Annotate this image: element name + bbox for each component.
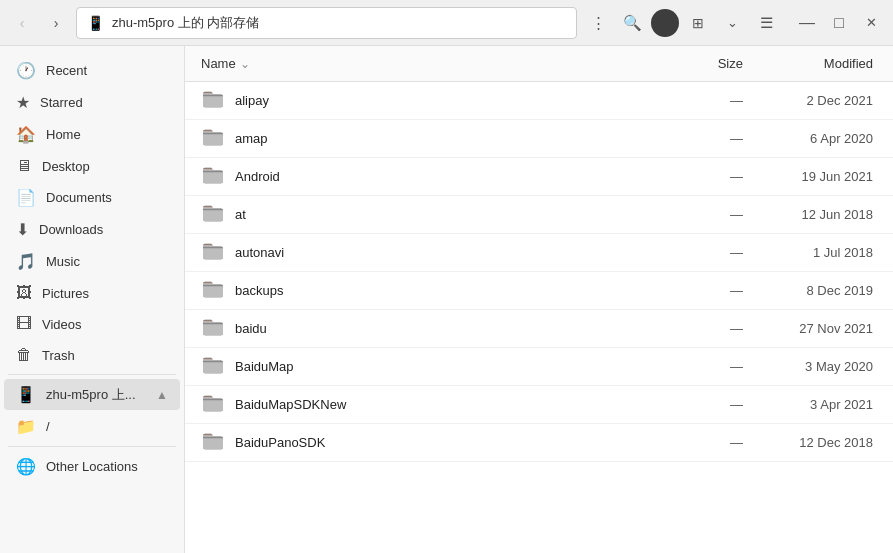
location-icon: 📱 (87, 15, 104, 31)
file-size: — (663, 245, 743, 260)
svg-rect-4 (201, 246, 225, 247)
table-row[interactable]: amap — 6 Apr 2020 (185, 120, 893, 158)
file-list: alipay — 2 Dec 2021 amap — 6 Apr 2020 An… (185, 82, 893, 553)
sidebar-devices: 📱 zhu-m5pro 上... ▲ 📁 / (0, 379, 184, 442)
recent-label: Recent (46, 63, 168, 78)
folder-icon (201, 241, 225, 264)
file-size: — (663, 359, 743, 374)
list-view-icon: ⌄ (727, 15, 738, 30)
column-headers: Name ⌄ Size Modified (185, 46, 893, 82)
folder-icon (201, 89, 225, 112)
starred-icon: ★ (16, 93, 30, 112)
file-modified: 2 Dec 2021 (743, 93, 873, 108)
location-text: zhu-m5pro 上的 内部存储 (112, 14, 566, 32)
sidebar-item-music[interactable]: 🎵 Music (4, 246, 180, 277)
trash-label: Trash (42, 348, 168, 363)
table-row[interactable]: baidu — 27 Nov 2021 (185, 310, 893, 348)
table-row[interactable]: at — 12 Jun 2018 (185, 196, 893, 234)
minimize-button[interactable]: — (793, 9, 821, 37)
sidebar-item-videos[interactable]: 🎞 Videos (4, 309, 180, 339)
trash-icon: 🗑 (16, 346, 32, 364)
menu-button[interactable]: ☰ (751, 8, 781, 38)
sidebar: 🕐 Recent ★ Starred 🏠 Home 🖥 Desktop 📄 Do… (0, 46, 185, 553)
file-name: baidu (235, 321, 663, 336)
file-name: BaiduMapSDKNew (235, 397, 663, 412)
music-icon: 🎵 (16, 252, 36, 271)
folder-icon (201, 355, 225, 378)
file-size: — (663, 207, 743, 222)
sort-icon: ⌄ (240, 57, 250, 71)
sidebar-item-home[interactable]: 🏠 Home (4, 119, 180, 150)
downloads-icon: ⬇ (16, 220, 29, 239)
grid-icon: ⊞ (692, 15, 704, 31)
folder-icon (201, 431, 225, 454)
folder-icon (201, 279, 225, 302)
sidebar-item-documents[interactable]: 📄 Documents (4, 182, 180, 213)
file-name: backups (235, 283, 663, 298)
svg-rect-5 (201, 284, 225, 285)
close-button[interactable]: ✕ (857, 9, 885, 37)
table-row[interactable]: BaiduMapSDKNew — 3 Apr 2021 (185, 386, 893, 424)
file-modified: 1 Jul 2018 (743, 245, 873, 260)
file-modified: 6 Apr 2020 (743, 131, 873, 146)
col-modified-header[interactable]: Modified (743, 56, 873, 71)
root-device-icon: 📁 (16, 417, 36, 436)
sidebar-item-recent[interactable]: 🕐 Recent (4, 55, 180, 86)
list-view-button[interactable]: ⌄ (717, 8, 747, 38)
more-button[interactable]: ⋮ (583, 8, 613, 38)
view-circle-button[interactable] (651, 9, 679, 37)
home-label: Home (46, 127, 168, 142)
table-row[interactable]: BaiduPanoSDK — 12 Dec 2018 (185, 424, 893, 462)
svg-rect-8 (201, 398, 225, 399)
titlebar-actions: ⋮ 🔍 ⊞ ⌄ ☰ (583, 8, 781, 38)
desktop-icon: 🖥 (16, 157, 32, 175)
sidebar-item-pictures[interactable]: 🖼 Pictures (4, 278, 180, 308)
recent-icon: 🕐 (16, 61, 36, 80)
other-locations-icon: 🌐 (16, 457, 36, 476)
folder-icon (201, 127, 225, 150)
table-row[interactable]: BaiduMap — 3 May 2020 (185, 348, 893, 386)
sidebar-item-starred[interactable]: ★ Starred (4, 87, 180, 118)
table-row[interactable]: alipay — 2 Dec 2021 (185, 82, 893, 120)
col-name-header[interactable]: Name ⌄ (201, 56, 663, 71)
sidebar-device-root[interactable]: 📁 / (4, 411, 180, 442)
sidebar-item-other-locations[interactable]: 🌐 Other Locations (4, 451, 180, 482)
table-row[interactable]: backups — 8 Dec 2019 (185, 272, 893, 310)
root-device-label: / (46, 419, 168, 434)
zhu-m5pro-device-label: zhu-m5pro 上... (46, 386, 146, 404)
file-name: at (235, 207, 663, 222)
sidebar-nav: 🕐 Recent ★ Starred 🏠 Home 🖥 Desktop 📄 Do… (0, 55, 184, 370)
sidebar-item-downloads[interactable]: ⬇ Downloads (4, 214, 180, 245)
file-modified: 27 Nov 2021 (743, 321, 873, 336)
table-row[interactable]: autonavi — 1 Jul 2018 (185, 234, 893, 272)
desktop-label: Desktop (42, 159, 168, 174)
col-size-header[interactable]: Size (663, 56, 743, 71)
file-name: Android (235, 169, 663, 184)
svg-rect-2 (201, 170, 225, 171)
file-modified: 12 Dec 2018 (743, 435, 873, 450)
documents-icon: 📄 (16, 188, 36, 207)
file-name: BaiduMap (235, 359, 663, 374)
search-icon: 🔍 (623, 14, 642, 32)
sidebar-divider-1 (8, 374, 176, 375)
file-size: — (663, 93, 743, 108)
sidebar-device-zhu-m5pro[interactable]: 📱 zhu-m5pro 上... ▲ (4, 379, 180, 410)
sidebar-item-trash[interactable]: 🗑 Trash (4, 340, 180, 370)
back-button[interactable]: ‹ (8, 9, 36, 37)
sidebar-item-desktop[interactable]: 🖥 Desktop (4, 151, 180, 181)
file-size: — (663, 283, 743, 298)
titlebar: ‹ › 📱 zhu-m5pro 上的 内部存储 ⋮ 🔍 ⊞ ⌄ ☰ — □ ✕ (0, 0, 893, 46)
svg-rect-3 (201, 208, 225, 209)
grid-button[interactable]: ⊞ (683, 8, 713, 38)
home-icon: 🏠 (16, 125, 36, 144)
folder-icon (201, 317, 225, 340)
videos-icon: 🎞 (16, 315, 32, 333)
table-row[interactable]: Android — 19 Jun 2021 (185, 158, 893, 196)
forward-button[interactable]: › (42, 9, 70, 37)
more-icon: ⋮ (591, 14, 606, 32)
search-button[interactable]: 🔍 (617, 8, 647, 38)
file-modified: 3 Apr 2021 (743, 397, 873, 412)
zhu-m5pro-device-icon: 📱 (16, 385, 36, 404)
zhu-m5pro-eject-button[interactable]: ▲ (156, 388, 168, 402)
maximize-button[interactable]: □ (825, 9, 853, 37)
